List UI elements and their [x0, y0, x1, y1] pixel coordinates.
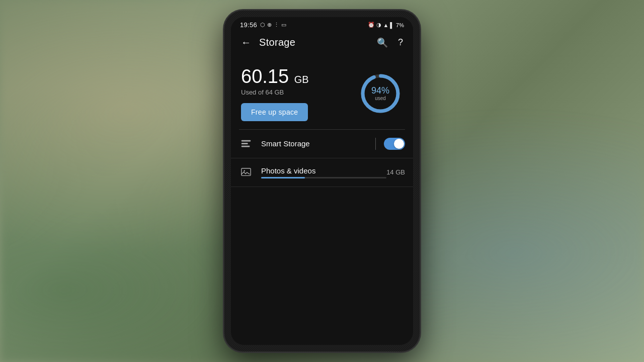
status-bar: 19:56 ⬡ ⊕ ⋮ ▭ ⏰ ◑ ▲ ▌ 7% — [231, 17, 413, 31]
svg-rect-2 — [242, 140, 251, 141]
signal-icon: ▌ — [390, 22, 394, 28]
storage-used-value: 60.15 — [241, 66, 289, 87]
svg-point-6 — [244, 170, 245, 171]
phone-wrapper: 19:56 ⬡ ⊕ ⋮ ▭ ⏰ ◑ ▲ ▌ 7% — [224, 10, 420, 352]
screen-icon: ▭ — [281, 22, 286, 28]
back-button[interactable]: ← — [237, 33, 255, 52]
cast-icon: ⬡ — [260, 22, 265, 28]
smart-storage-title: Smart Storage — [261, 139, 375, 148]
app-bar-actions: 🔍 ? — [373, 33, 407, 52]
app-bar: ← Storage 🔍 ? — [231, 31, 413, 56]
storage-text: 60.15 GB Used of 64 GB Free up space — [241, 66, 358, 121]
search-button[interactable]: 🔍 — [373, 33, 392, 52]
list-item-smart-storage[interactable]: Smart Storage — [231, 130, 413, 158]
donut-percent: 94% — [371, 86, 389, 95]
smart-storage-toggle[interactable] — [384, 138, 405, 150]
toggle-knob — [394, 139, 404, 149]
photos-videos-icon — [239, 165, 253, 179]
smart-storage-divider — [375, 138, 376, 150]
phone-screen: 19:56 ⬡ ⊕ ⋮ ▭ ⏰ ◑ ▲ ▌ 7% — [231, 17, 413, 345]
storage-total: Used of 64 GB — [241, 88, 358, 96]
photos-videos-title: Photos & videos — [261, 166, 386, 175]
alarm-icon: ⏰ — [368, 22, 375, 28]
brightness-icon: ◑ — [376, 22, 381, 28]
help-button[interactable]: ? — [394, 33, 407, 52]
smart-storage-right — [375, 138, 405, 150]
status-left: 19:56 ⬡ ⊕ ⋮ ▭ — [240, 21, 286, 29]
scene: 19:56 ⬡ ⊕ ⋮ ▭ ⏰ ◑ ▲ ▌ 7% — [0, 0, 644, 362]
photos-videos-right: 14 GB — [386, 168, 405, 176]
photos-videos-size: 14 GB — [386, 168, 405, 176]
smart-storage-content: Smart Storage — [261, 139, 375, 148]
donut-label: used — [371, 96, 389, 101]
donut-center: 94% used — [371, 86, 389, 101]
audio-icon: ⋮ — [274, 22, 279, 28]
storage-amount: 60.15 GB — [241, 66, 358, 87]
vpn-icon: ⊕ — [267, 22, 272, 28]
status-right: ⏰ ◑ ▲ ▌ 7% — [368, 22, 404, 28]
storage-donut-chart: 94% used — [358, 71, 403, 116]
storage-info: 60.15 GB Used of 64 GB Free up space — [231, 56, 413, 129]
status-icons-left: ⬡ ⊕ ⋮ ▭ — [260, 22, 286, 28]
battery-level: 7% — [396, 22, 404, 28]
free-up-space-button[interactable]: Free up space — [241, 103, 308, 121]
status-right-icons: ⏰ ◑ ▲ ▌ — [368, 22, 394, 28]
photos-videos-content: Photos & videos — [261, 166, 386, 178]
page-title: Storage — [259, 37, 373, 48]
photos-videos-progress-bar — [261, 177, 386, 178]
svg-rect-3 — [242, 143, 248, 144]
svg-rect-5 — [242, 168, 251, 176]
svg-rect-4 — [242, 145, 250, 147]
photos-videos-progress-fill — [261, 177, 305, 178]
storage-unit: GB — [294, 74, 309, 85]
status-time: 19:56 — [240, 21, 257, 29]
wifi-icon: ▲ — [383, 22, 388, 28]
smart-storage-icon — [239, 137, 253, 151]
list-item-photos-videos[interactable]: Photos & videos 14 GB — [231, 158, 413, 187]
